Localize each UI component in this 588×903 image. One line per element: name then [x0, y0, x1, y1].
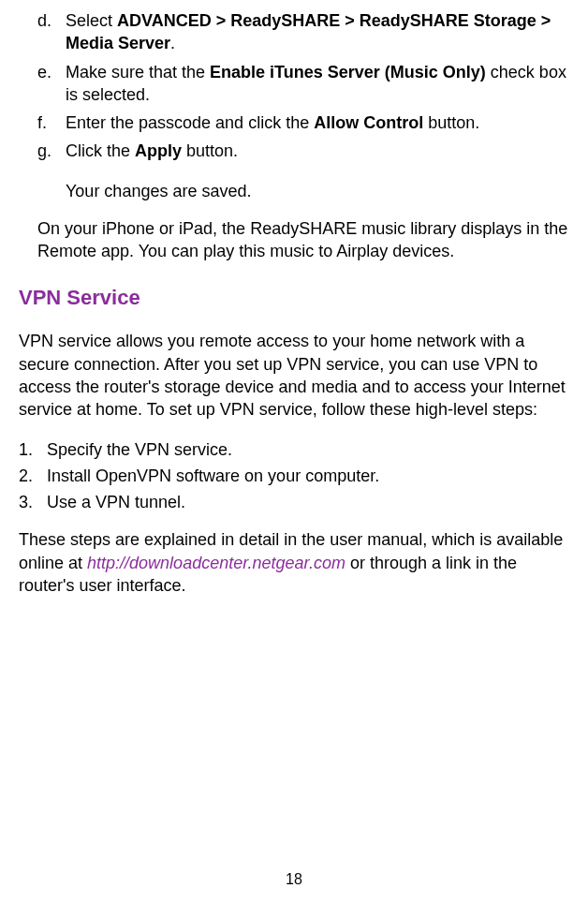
page-number: 18 — [0, 869, 588, 890]
text-pre: Click the — [66, 141, 135, 160]
num-item-3: 3. Use a VPN tunnel. — [19, 491, 569, 513]
text-post: button. — [423, 113, 479, 132]
text-bold: Apply — [135, 141, 182, 160]
download-center-link[interactable]: http://downloadcenter.netgear.com — [87, 554, 345, 572]
sub-item-f: f. Enter the passcode and click the Allo… — [37, 111, 569, 134]
num-item-2: 2. Install OpenVPN software on your comp… — [19, 465, 569, 487]
num-content: Specify the VPN service. — [47, 438, 569, 461]
num-content: Use a VPN tunnel. — [47, 491, 569, 513]
num-marker: 2. — [19, 465, 47, 487]
text-pre: Select — [66, 11, 117, 30]
num-marker: 3. — [19, 491, 47, 513]
text-pre: Enter the passcode and click the — [66, 113, 314, 132]
paragraph-vpn-intro: VPN service allows you remote access to … — [19, 330, 569, 421]
num-content: Install OpenVPN software on your compute… — [47, 465, 569, 487]
sub-marker: e. — [37, 61, 66, 107]
text-bold: Allow Control — [314, 113, 423, 132]
sub-marker: d. — [37, 9, 66, 55]
paragraph-airplay: On your iPhone or iPad, the ReadySHARE m… — [37, 217, 569, 263]
text-post: button. — [182, 141, 238, 160]
indent-note: Your changes are saved. — [66, 180, 569, 202]
numbered-list: 1. Specify the VPN service. 2. Install O… — [19, 438, 569, 514]
text-post: . — [170, 34, 175, 52]
lettered-sub-list: d. Select ADVANCED > ReadySHARE > ReadyS… — [37, 9, 569, 163]
paragraph-manual-link: These steps are explained in detail in t… — [19, 528, 569, 597]
sub-item-d: d. Select ADVANCED > ReadySHARE > ReadyS… — [37, 9, 569, 55]
sub-content: Make sure that the Enable iTunes Server … — [66, 61, 569, 107]
num-marker: 1. — [19, 438, 47, 461]
sub-item-g: g. Click the Apply button. — [37, 140, 569, 162]
sub-content: Click the Apply button. — [66, 140, 569, 162]
sub-marker: g. — [37, 140, 66, 162]
sub-content: Enter the passcode and click the Allow C… — [66, 111, 569, 134]
sub-item-e: e. Make sure that the Enable iTunes Serv… — [37, 61, 569, 107]
num-item-1: 1. Specify the VPN service. — [19, 438, 569, 461]
sub-content: Select ADVANCED > ReadySHARE > ReadySHAR… — [66, 9, 569, 55]
text-pre: Make sure that the — [66, 63, 210, 81]
sub-marker: f. — [37, 111, 66, 134]
heading-vpn-service: VPN Service — [19, 284, 569, 312]
text-bold: Enable iTunes Server (Music Only) — [210, 63, 486, 81]
text-bold: ADVANCED > ReadySHARE > ReadySHARE Stora… — [66, 11, 551, 52]
